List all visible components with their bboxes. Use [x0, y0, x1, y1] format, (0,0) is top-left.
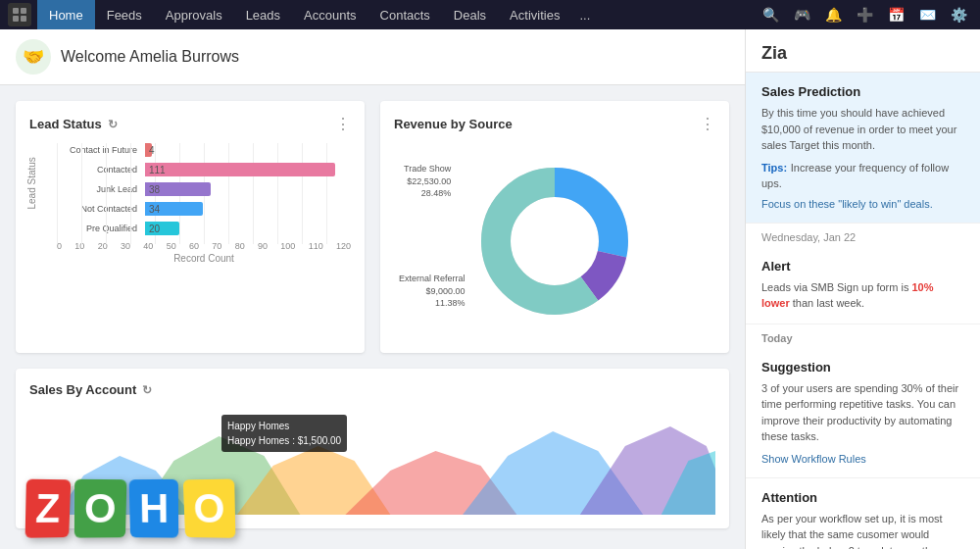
nav-icons-group: 🔍 🎮 🔔 ➕ 📅 ✉️ ⚙️ [757, 1, 972, 28]
x-axis-ticks: 0102030405060708090100110120 [57, 241, 351, 251]
sales-prediction-title: Sales Prediction [761, 84, 964, 99]
settings-icon[interactable]: ⚙️ [945, 1, 972, 28]
svg-rect-0 [13, 8, 19, 14]
svg-rect-2 [13, 16, 19, 22]
tips-label: Tips: [761, 162, 787, 174]
suggestion-title: Suggestion [761, 360, 964, 374]
refresh-icon[interactable]: ↻ [108, 118, 118, 131]
zia-attention: Attention As per your workflow set up, i… [746, 478, 980, 550]
main-area: 🤝 Welcome Amelia Burrows Lead Status ↻ ⋮… [0, 29, 980, 549]
suggestion-text: 3 of your users are spending 30% of thei… [761, 380, 964, 445]
nav-more-button[interactable]: ... [571, 8, 598, 23]
zia-sales-prediction: Sales Prediction By this time you should… [746, 73, 980, 224]
top-navigation: Home Feeds Approvals Leads Accounts Cont… [0, 0, 980, 29]
nav-feeds[interactable]: Feeds [95, 0, 154, 29]
nav-accounts[interactable]: Accounts [292, 0, 368, 29]
svg-rect-1 [21, 8, 26, 14]
bar-fill: 38 [145, 182, 211, 196]
zia-suggestion: Suggestion 3 of your users are spending … [746, 348, 980, 478]
attention-title: Attention [761, 490, 964, 505]
bar-fill: 20 [145, 222, 179, 235]
donut-chart-svg [466, 153, 643, 329]
welcome-text: Welcome Amelia Burrows [61, 48, 239, 66]
zia-panel: Zia Sales Prediction By this time you sh… [745, 29, 980, 549]
revenue-by-source-card: Revenue by Source ⋮ [380, 101, 729, 353]
bar-row-not-contacted: Not Contacted 34 [57, 202, 351, 216]
card-header: Lead Status ↻ ⋮ [29, 115, 351, 133]
dashboard-grid: Lead Status ↻ ⋮ Lead Status [0, 85, 745, 544]
sales-card-header: Sales By Account ↻ [29, 382, 715, 397]
tips-text: Increase your frequency of follow ups. [761, 162, 949, 190]
tips-container: Tips: Increase your frequency of follow … [761, 160, 964, 192]
svg-rect-3 [21, 16, 26, 22]
z-block: Z [25, 479, 71, 538]
mail-icon[interactable]: ✉️ [913, 1, 941, 28]
zia-title: Zia [746, 29, 980, 73]
lead-status-card: Lead Status ↻ ⋮ Lead Status [16, 101, 365, 353]
bar-chart-container: Lead Status [29, 143, 351, 264]
win-deals-link[interactable]: Focus on these "likely to win" deals. [761, 198, 933, 210]
bar-row-prequalified: Pre Qualified 20 [57, 222, 351, 235]
bar-fill: 34 [145, 202, 203, 216]
nav-approvals[interactable]: Approvals [154, 0, 234, 29]
y-axis-label: Lead Status [26, 157, 37, 209]
games-icon[interactable]: 🎮 [788, 1, 815, 28]
nav-contacts[interactable]: Contacts [368, 0, 442, 29]
sales-by-account-card: Sales By Account ↻ [16, 369, 729, 528]
tooltip-detail: Happy Homes : $1,500.00 [227, 433, 341, 448]
zia-today-label: Today [746, 324, 980, 348]
win-link-container: Focus on these "likely to win" deals. [761, 196, 964, 211]
sales-tooltip: Happy Homes Happy Homes : $1,500.00 [221, 415, 347, 452]
nav-home[interactable]: Home [37, 0, 95, 29]
nav-leads[interactable]: Leads [234, 0, 292, 29]
lead-status-title: Lead Status ↻ [29, 117, 118, 131]
content-area: 🤝 Welcome Amelia Burrows Lead Status ↻ ⋮… [0, 29, 745, 549]
bar-row-junk: Junk Lead 38 [57, 182, 351, 196]
app-menu-icon[interactable] [8, 3, 31, 26]
o2-block: O [182, 479, 234, 538]
bar-fill: 111 [145, 163, 335, 176]
revenue-card-menu[interactable]: ⋮ [700, 115, 715, 133]
calendar-icon[interactable]: 📅 [882, 1, 909, 28]
card-menu-icon[interactable]: ⋮ [335, 115, 351, 133]
zia-date: Wednesday, Jan 22 [746, 224, 980, 247]
workflow-link-container: Show Workflow Rules [761, 451, 964, 466]
workflow-rules-link[interactable]: Show Workflow Rules [761, 453, 866, 465]
bar-row-contacted: Contacted 111 [57, 163, 351, 176]
o-block: O [74, 479, 125, 538]
nav-deals[interactable]: Deals [442, 0, 498, 29]
donut-chart-container: Trade Show $22,530.00 28.48% External Re… [394, 143, 715, 339]
sales-prediction-text: By this time you should have achieved $1… [761, 105, 964, 154]
zia-alert: Alert Leads via SMB Sign up form is 10% … [746, 247, 980, 324]
donut-label-trade-show: Trade Show $22,530.00 28.48% [404, 163, 451, 200]
sales-refresh-icon[interactable]: ↻ [142, 383, 152, 397]
bar-row-contact-future: Contact in Future 4 [57, 143, 351, 157]
welcome-bar: 🤝 Welcome Amelia Burrows [0, 29, 745, 85]
search-icon[interactable]: 🔍 [757, 1, 784, 28]
alert-text: Leads via SMB Sign up form is 10% lower … [761, 279, 964, 312]
svg-point-8 [515, 202, 594, 280]
bar-fill: 4 [145, 143, 152, 157]
bar-chart: Contact in Future 4 Contacted [57, 143, 351, 264]
add-icon[interactable]: ➕ [851, 1, 878, 28]
x-axis-label: Record Count [57, 253, 351, 264]
notifications-icon[interactable]: 🔔 [819, 1, 847, 28]
avatar: 🤝 [16, 39, 51, 75]
alert-title: Alert [761, 259, 964, 274]
nav-activities[interactable]: Activities [498, 0, 571, 29]
revenue-card-header: Revenue by Source ⋮ [394, 115, 715, 133]
h-block: H [129, 479, 179, 538]
donut-label-external-referral: External Referral $9,000.00 11.38% [399, 273, 466, 310]
tooltip-company: Happy Homes [227, 419, 341, 433]
zoho-logo: Z O H O [25, 479, 234, 538]
attention-text: As per your workflow set up, it is most … [761, 511, 964, 550]
sales-title: Sales By Account ↻ [29, 382, 152, 397]
revenue-title: Revenue by Source [394, 117, 513, 131]
